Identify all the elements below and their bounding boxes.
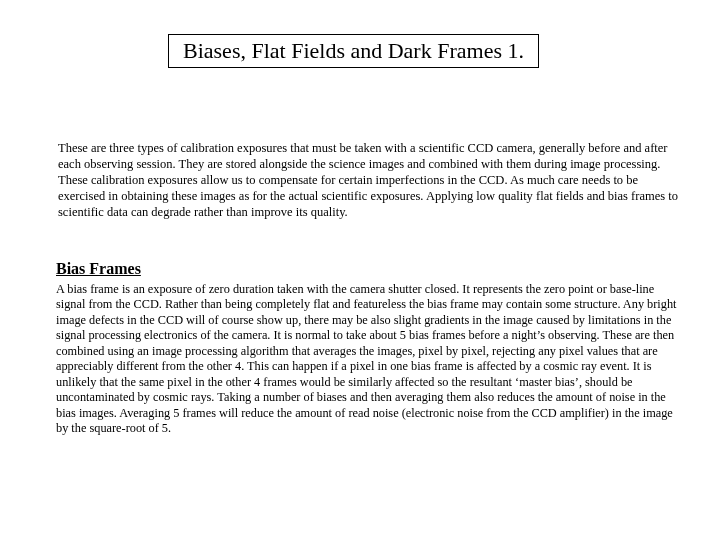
bias-frames-paragraph: A bias frame is an exposure of zero dura… <box>56 282 681 437</box>
page-title: Biases, Flat Fields and Dark Frames 1. <box>168 34 539 68</box>
slide-page: Biases, Flat Fields and Dark Frames 1. T… <box>0 0 720 540</box>
intro-paragraph: These are three types of calibration exp… <box>58 140 678 220</box>
section-heading-bias-frames: Bias Frames <box>56 260 141 278</box>
